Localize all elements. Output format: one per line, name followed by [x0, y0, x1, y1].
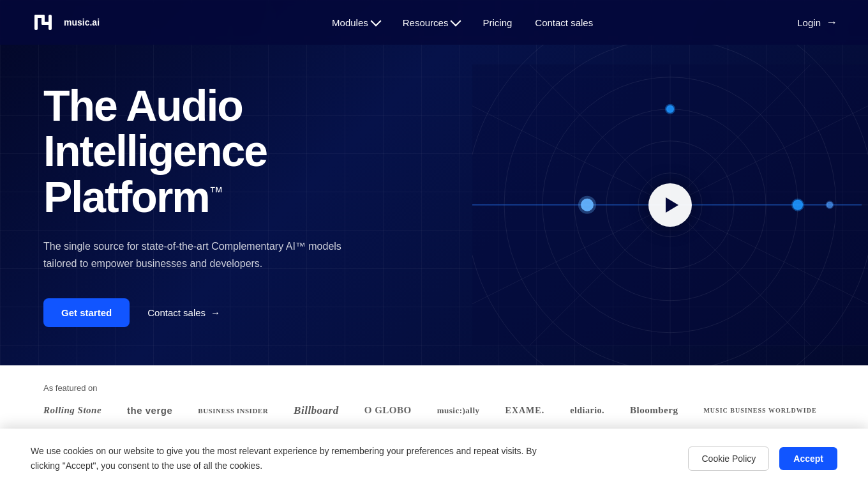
svg-point-20 — [793, 200, 803, 210]
cookie-actions: Cookie Policy Accept — [688, 446, 837, 471]
contact-sales-label: Contact sales — [147, 307, 206, 318]
logo-exame: EXAME. — [505, 406, 545, 416]
logo-icon — [31, 8, 59, 36]
logo-verge: the verge — [127, 405, 172, 416]
play-icon — [666, 197, 678, 213]
contact-sales-arrow-icon: → — [211, 307, 220, 318]
logo[interactable]: music.ai — [31, 8, 128, 36]
svg-text:music.ai: music.ai — [64, 17, 100, 27]
hero-title: The Audio Intelligence Platform™ — [43, 83, 378, 220]
hero-content: The Audio Intelligence Platform™ The sin… — [0, 45, 421, 365]
svg-rect-4 — [49, 15, 52, 30]
hero-title-line2: Platform — [43, 172, 209, 221]
contact-sales-link[interactable]: Contact sales → — [147, 307, 220, 318]
nav-modules-label: Modules — [332, 17, 368, 28]
nav-pricing-label: Pricing — [483, 17, 512, 28]
login-arrow-icon: → — [826, 16, 837, 29]
modules-chevron-icon — [370, 16, 381, 27]
svg-point-22 — [581, 199, 594, 211]
logo-bloomberg: Bloomberg — [630, 405, 678, 416]
cookie-banner: We use cookies on our website to give yo… — [0, 429, 868, 488]
login-button[interactable]: Login → — [797, 16, 837, 29]
logo-globo: O GLOBO — [364, 405, 412, 416]
svg-point-23 — [827, 202, 833, 208]
nav-modules[interactable]: Modules — [332, 17, 380, 28]
logo-billboard: Billboard — [294, 404, 339, 417]
get-started-button[interactable]: Get started — [43, 298, 130, 327]
nav-contact-sales[interactable]: Contact sales — [535, 17, 593, 28]
logo-musicbiz: MUSIC BUSINESS WORLDWIDE — [703, 407, 816, 414]
login-label: Login — [797, 17, 821, 28]
resources-chevron-icon — [451, 16, 461, 27]
hero-visual — [472, 45, 868, 365]
logo-rolling-stone: Rolling Stone — [43, 405, 101, 416]
main-nav: music.ai Modules Resources Pricing Conta… — [0, 0, 868, 45]
logo-eldiario: eldiario. — [570, 406, 604, 416]
hero-actions: Get started Contact sales → — [43, 298, 378, 327]
hero-section: The Audio Intelligence Platform™ The sin… — [0, 0, 868, 365]
nav-resources-label: Resources — [403, 17, 449, 28]
nav-resources[interactable]: Resources — [403, 17, 460, 28]
hero-subtitle: The single source for state-of-the-art C… — [43, 238, 363, 272]
nav-contact-sales-label: Contact sales — [535, 17, 593, 28]
logo-business-insider: BUSINESS INSIDER — [198, 407, 268, 415]
logos-label: As featured on — [43, 383, 825, 393]
logos-row: Rolling Stone the verge BUSINESS INSIDER… — [43, 404, 825, 417]
svg-point-21 — [666, 105, 674, 113]
logo-text: music.ai — [64, 17, 128, 27]
logo-music-ally: music:)ally — [437, 406, 480, 416]
hero-trademark: ™ — [209, 184, 223, 200]
logos-section: As featured on Rolling Stone the verge B… — [0, 365, 868, 435]
play-button[interactable] — [648, 183, 692, 227]
nav-links: Modules Resources Pricing Contact sales — [332, 17, 593, 28]
hero-title-line1: The Audio Intelligence — [43, 81, 267, 175]
nav-pricing[interactable]: Pricing — [483, 17, 512, 28]
cookie-accept-button[interactable]: Accept — [779, 447, 837, 470]
cookie-message: We use cookies on our website to give yo… — [31, 444, 541, 473]
cookie-policy-button[interactable]: Cookie Policy — [688, 446, 769, 471]
